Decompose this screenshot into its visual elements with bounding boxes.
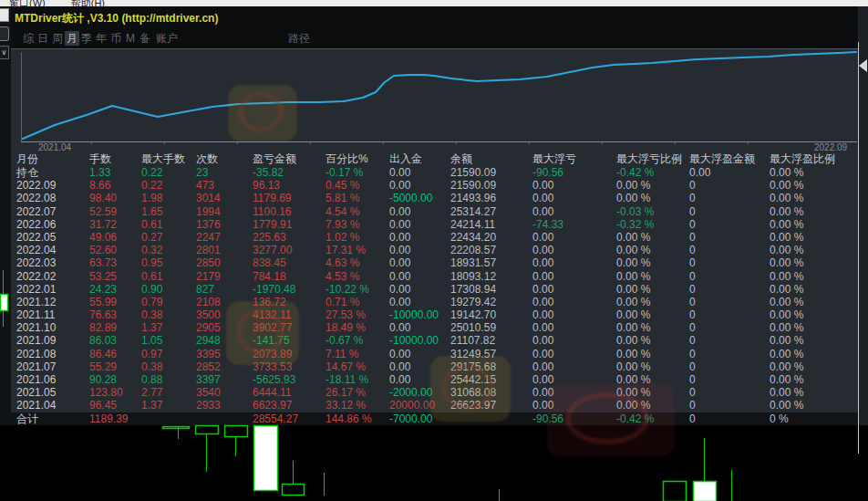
collapse-arrow-icon[interactable]	[858, 58, 868, 73]
cell: 0.00	[532, 283, 616, 296]
cell: 0.00	[389, 244, 450, 256]
cell: 2.77	[141, 386, 196, 399]
cell: 55.99	[89, 296, 141, 308]
cell: 0.45 %	[326, 179, 389, 192]
cell: 21107.82	[450, 334, 532, 347]
toolbar-item-9[interactable]: 账户	[152, 31, 181, 46]
table-row[interactable]: 2021.1176.630.3835004132.1127.53 %-10000…	[11, 308, 858, 321]
cell: 2247	[196, 231, 253, 244]
window-icon	[0, 8, 9, 22]
cell: 86.03	[89, 334, 141, 347]
cell: 19279.42	[450, 296, 532, 308]
cell: 0.00	[389, 218, 450, 231]
cell: 0.61	[141, 270, 196, 283]
cell: 1.65	[141, 205, 196, 218]
cell: 0.00 %	[770, 321, 858, 334]
column-header-1: 手数	[89, 151, 141, 166]
cell: 3014	[196, 192, 253, 204]
cell: 3540	[196, 386, 253, 399]
toolbar-item-6[interactable]: 币	[108, 31, 123, 46]
cell: 17308.94	[450, 283, 532, 296]
cell: 0.00 %	[770, 244, 858, 256]
chevron-down-icon[interactable]: ∨	[0, 46, 9, 59]
column-header-4: 盈亏金额	[253, 151, 326, 166]
cell: -0.17 %	[326, 166, 389, 179]
table-row[interactable]: 2021.1255.990.792108136.720.71 %0.001927…	[11, 296, 858, 308]
table-row[interactable]: 2022.0549.060.272247225.631.02 %0.002243…	[11, 231, 858, 244]
cell: 0.00	[532, 244, 616, 256]
cell: -1970.48	[253, 283, 326, 296]
cell: 4.54 %	[326, 205, 389, 218]
right-edge-strip	[858, 6, 868, 454]
cell: 76.63	[89, 308, 141, 321]
cell: 0	[689, 412, 770, 425]
cell: 22208.57	[450, 244, 532, 256]
cell: 0.00 %	[770, 334, 858, 347]
cell: -0.67 %	[326, 334, 389, 347]
title-bar: MTDriver统计 ,V3.10 (http://mtdriver.cn)	[11, 6, 858, 28]
toolbar-item-0[interactable]: 综	[21, 31, 36, 46]
cell: -0.42 %	[616, 166, 689, 179]
cell: 144.86 %	[326, 412, 389, 425]
table-row[interactable]: 2022.0452.600.3228013277.0017.31 %0.0022…	[11, 244, 858, 256]
row-label: 2021.06	[16, 373, 89, 386]
cell: 0.88	[141, 373, 196, 386]
column-header-6: 出入金	[389, 151, 450, 166]
cell: 0.79	[141, 296, 196, 308]
row-label: 2021.08	[16, 348, 89, 360]
cell: 0.61	[141, 218, 196, 231]
toolbar-item-2[interactable]: 周	[50, 31, 65, 46]
menu-item-1[interactable]: 帮助(H)	[71, 0, 105, 6]
cell: 0.00 %	[770, 399, 858, 412]
table-row[interactable]: 2022.098.660.2247396.130.45 %0.0021590.0…	[11, 179, 858, 192]
cell: 0	[689, 205, 770, 218]
table-row[interactable]: 2022.0752.591.6519941100.164.54 %0.00253…	[11, 205, 858, 218]
cell: 0.00 %	[770, 192, 858, 204]
cell: 2933	[196, 399, 253, 412]
toolbar: 综日周月季年币M备账户路径	[11, 28, 858, 48]
cell: 0	[689, 321, 770, 334]
cell: 0.22	[141, 179, 196, 192]
cell: 0.00 %	[770, 166, 858, 179]
toolbar-item-10[interactable]: 路径	[285, 31, 313, 46]
toolbar-item-3[interactable]: 月	[65, 31, 79, 46]
cell: 21493.96	[450, 192, 532, 204]
toolbar-item-4[interactable]: 季	[79, 31, 94, 46]
cell: 225.63	[253, 231, 326, 244]
cell: -35.82	[253, 166, 326, 179]
cell: 0.00 %	[616, 308, 689, 321]
cell: 17.31 %	[326, 244, 389, 256]
cell: 0.00	[689, 166, 770, 179]
cell: 0	[689, 270, 770, 283]
cell: 0	[689, 192, 770, 204]
menu-item-0[interactable]: 窗口(W)	[9, 0, 46, 6]
row-label: 2021.11	[16, 308, 89, 321]
table-row[interactable]: 2022.0124.230.90827-1970.48-10.22 %0.001…	[11, 283, 858, 296]
table-row[interactable]: 2022.0898.401.9830141179.695.81 %-5000.0…	[11, 192, 858, 204]
cell: 0	[689, 296, 770, 308]
cell: 0.00 %	[616, 270, 689, 283]
cell: -5625.93	[253, 373, 326, 386]
table-row[interactable]: 2021.1082.891.3729053902.7718.49 %0.0025…	[11, 321, 858, 334]
cell: 0.00 %	[770, 296, 858, 308]
table-row[interactable]: 2021.0986.031.052948-141.75-0.67 %-10000…	[11, 334, 858, 347]
table-row[interactable]: 2022.0253.250.612179784.184.53 %0.001809…	[11, 270, 858, 283]
cell: 0.00	[389, 321, 450, 334]
row-label: 2022.05	[16, 231, 89, 244]
watermark	[226, 301, 299, 365]
toolbar-item-1[interactable]: 日	[36, 31, 50, 46]
cell: 2801	[196, 244, 253, 256]
table-row[interactable]: 2022.0631.720.6113761779.917.93 %0.00242…	[11, 218, 858, 231]
cell: 0.38	[141, 360, 196, 373]
table-row[interactable]: 2022.0363.730.952850838.454.63 %0.001893…	[11, 256, 858, 269]
cell: 22434.20	[450, 231, 532, 244]
toolbar-item-5[interactable]: 年	[94, 31, 108, 46]
cell: 0.00	[389, 283, 450, 296]
background-price-chart	[0, 425, 868, 501]
cell: 33.12 %	[326, 399, 389, 412]
cell: 0.00 %	[616, 360, 689, 373]
table-row[interactable]: 持仓1.330.2223-35.82-0.17 %0.0021590.09-90…	[11, 166, 858, 179]
toolbar-item-8[interactable]: 备	[138, 31, 152, 46]
toolbar-item-7[interactable]: M	[123, 31, 138, 46]
toolbar-icon[interactable]	[0, 26, 9, 41]
